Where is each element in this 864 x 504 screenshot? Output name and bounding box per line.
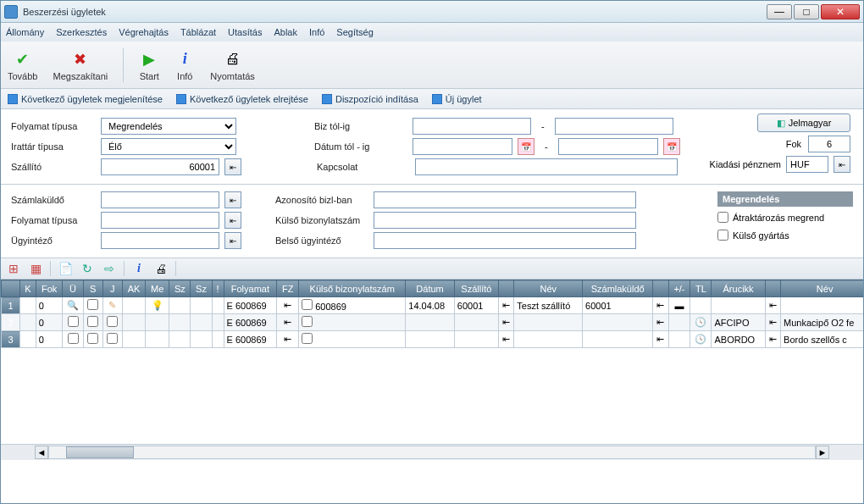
refresh-icon[interactable]: ↻ — [80, 261, 95, 276]
link-next-hide[interactable]: Következő ügyletek elrejtése — [176, 94, 308, 104]
clock-icon[interactable]: 🕓 — [695, 334, 706, 344]
col-header[interactable]: TL — [690, 280, 712, 297]
col-header[interactable]: S — [83, 280, 102, 297]
lookup-icon[interactable]: ⇤ — [284, 300, 291, 310]
start-button[interactable]: ▶Start — [139, 49, 159, 81]
lookup-icon[interactable]: ⇤ — [769, 300, 777, 310]
lookup-icon[interactable]: ⇤ — [502, 317, 510, 327]
ugy-input[interactable] — [101, 232, 219, 249]
col-header[interactable]: K — [20, 280, 36, 297]
row-checkbox[interactable] — [107, 316, 118, 327]
atrakt-checkbox[interactable] — [717, 212, 728, 223]
col-header[interactable]: FZ — [277, 280, 299, 297]
col-header[interactable]: Külső bizonylatszám — [299, 280, 406, 297]
col-header[interactable]: AK — [122, 280, 145, 297]
col-header[interactable]: Ü — [63, 280, 83, 297]
datum-from-input[interactable] — [413, 138, 512, 155]
menu-szerkesztes[interactable]: Szerkesztés — [56, 27, 107, 37]
datum-to-input[interactable] — [558, 138, 658, 155]
row-checkbox[interactable] — [302, 333, 313, 344]
col-header[interactable]: Folyamat — [224, 280, 277, 297]
irattar-select[interactable]: Élő — [101, 138, 236, 155]
row-checkbox[interactable] — [87, 316, 98, 327]
link-diszp[interactable]: Diszpozíció indítása — [322, 94, 418, 104]
menu-ablak[interactable]: Ablak — [274, 27, 297, 37]
row-checkbox[interactable] — [87, 299, 98, 310]
doc-icon[interactable]: 📄 — [58, 261, 73, 276]
search-icon[interactable]: 🔍 — [67, 300, 79, 310]
table-row[interactable]: 30E 600869⇤⇤⇤🕓ABORDO⇤Bordo szellős cINTL… — [2, 331, 864, 348]
col-header[interactable]: ! — [212, 280, 224, 297]
row-checkbox[interactable] — [107, 333, 118, 344]
jelmagyar-button[interactable]: ◧Jelmagyar — [757, 114, 850, 132]
fok-input[interactable] — [808, 136, 850, 152]
col-header[interactable]: Sz — [191, 280, 212, 297]
col-header[interactable] — [498, 280, 513, 297]
lookup-icon[interactable]: ⇤ — [769, 317, 777, 327]
szamla-input[interactable] — [101, 191, 219, 208]
row-checkbox[interactable] — [68, 316, 79, 327]
scroll-right-icon[interactable]: ► — [816, 446, 829, 459]
scroll-track[interactable] — [48, 446, 816, 459]
link-next-show[interactable]: Következő ügyletek megjelenítése — [8, 94, 163, 104]
kiad-lookup[interactable]: ⇤ — [834, 156, 850, 173]
lookup-icon[interactable]: ⇤ — [656, 300, 664, 310]
minus-icon[interactable]: ▬ — [674, 301, 684, 311]
table-row[interactable]: 10🔍✎💡E 600869⇤ 60086914.04.0860001⇤Teszt… — [2, 297, 864, 314]
col-header[interactable]: Név — [514, 280, 583, 297]
grid-icon[interactable]: ▦ — [28, 261, 43, 276]
col-header[interactable]: Szállító — [454, 280, 498, 297]
folyamat2-lookup[interactable]: ⇤ — [224, 212, 241, 229]
row-checkbox[interactable] — [68, 333, 79, 344]
print2-icon[interactable]: 🖨 — [153, 261, 169, 276]
menu-allomany[interactable]: Állomány — [6, 27, 44, 37]
col-header[interactable]: Fok — [36, 280, 63, 297]
kulso-input[interactable] — [374, 212, 636, 229]
nyomtatas-button[interactable]: 🖨Nyomtatás — [210, 49, 255, 81]
scroll-left-icon[interactable]: ◄ — [35, 446, 48, 459]
table-row[interactable]: 20E 600869⇤⇤⇤🕓AFCIPO⇤Munkacipő O2 feINTL… — [2, 314, 864, 331]
menu-utasitas[interactable]: Utasítás — [228, 27, 262, 37]
info-button[interactable]: iInfó — [174, 49, 195, 81]
kiad-input[interactable] — [786, 156, 828, 173]
biz-to-input[interactable] — [555, 118, 673, 135]
lookup-icon[interactable]: ⇤ — [656, 334, 664, 344]
col-header[interactable]: Név — [781, 280, 863, 297]
lookup-icon[interactable]: ⇤ — [502, 300, 510, 310]
col-header[interactable]: Dátum — [406, 280, 455, 297]
data-grid[interactable]: KFokÜSJAKMeSzSz!FolyamatFZKülső bizonyla… — [1, 280, 863, 445]
row-checkbox[interactable] — [87, 333, 98, 344]
szamla-lookup[interactable]: ⇤ — [224, 191, 241, 208]
folyamat2-input[interactable] — [101, 212, 219, 229]
scroll-thumb[interactable] — [66, 446, 134, 458]
minimize-button[interactable]: — — [767, 4, 792, 19]
lookup-icon[interactable]: ⇤ — [502, 334, 510, 344]
kulso-checkbox[interactable] — [717, 230, 728, 241]
maximize-button[interactable]: □ — [794, 4, 819, 19]
close-button[interactable]: ✕ — [821, 4, 860, 19]
menu-info[interactable]: Infó — [309, 27, 324, 37]
lookup-icon[interactable]: ⇤ — [769, 334, 777, 344]
info2-icon[interactable]: i — [131, 261, 147, 276]
col-header[interactable] — [653, 280, 668, 297]
szallito-input[interactable] — [101, 158, 219, 175]
pencil-icon[interactable]: ✎ — [108, 300, 116, 310]
menu-vegrehajtas[interactable]: Végrehajtás — [119, 27, 169, 37]
col-header[interactable]: Sz — [169, 280, 191, 297]
col-header[interactable] — [2, 280, 20, 297]
col-header[interactable]: Árucikk — [712, 280, 765, 297]
azon-input[interactable] — [374, 191, 636, 208]
row-checkbox[interactable] — [302, 299, 313, 310]
export-icon[interactable]: ⇨ — [102, 261, 117, 276]
ugy-lookup[interactable]: ⇤ — [224, 232, 241, 249]
bulb-icon[interactable]: 💡 — [152, 300, 163, 310]
tovabb-button[interactable]: ✔Tovább — [8, 49, 37, 81]
link-uj[interactable]: Új ügylet — [432, 94, 482, 104]
col-header[interactable]: +/- — [668, 280, 690, 297]
folyamat-select[interactable]: Megrendelés — [101, 118, 236, 135]
calendar-icon[interactable]: 📅 — [518, 138, 534, 155]
biz-from-input[interactable] — [413, 118, 531, 135]
row-checkbox[interactable] — [302, 316, 313, 327]
menu-segitseg[interactable]: Segítség — [336, 27, 373, 37]
col-header[interactable]: Me — [146, 280, 169, 297]
